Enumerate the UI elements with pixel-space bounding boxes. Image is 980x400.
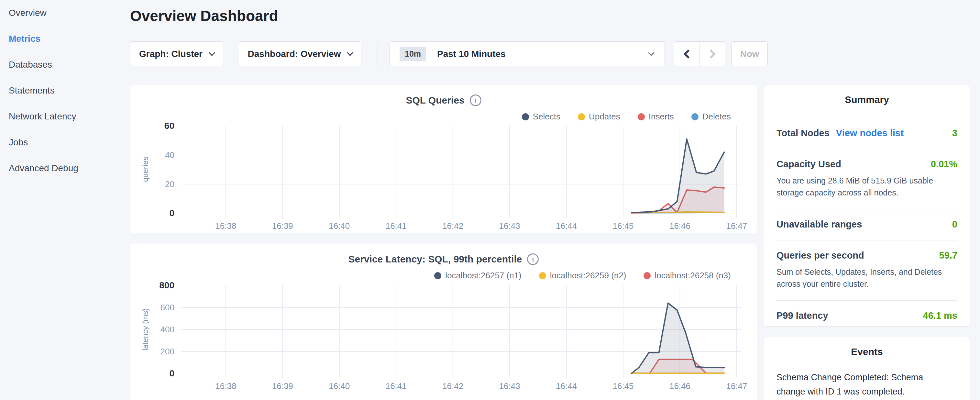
svg-text:16:47: 16:47 [726, 381, 747, 391]
svg-text:16:46: 16:46 [670, 221, 690, 231]
time-range-dropdown[interactable]: 10m Past 10 Minutes [390, 41, 665, 66]
time-step-back-button[interactable] [674, 42, 700, 66]
sql-queries-chart: 16:3816:3916:4016:4116:4216:4316:4416:45… [130, 85, 757, 234]
sidebar-item-metrics[interactable]: Metrics [0, 26, 129, 52]
svg-text:16:38: 16:38 [215, 221, 236, 231]
service-latency-chart-card: Service Latency: SQL, 99th percentilei l… [130, 244, 757, 400]
qps-value: 59.7 [939, 250, 957, 261]
svg-text:600: 600 [161, 303, 174, 312]
time-range-label: Past 10 Minutes [437, 49, 506, 59]
events-title: Events [776, 346, 957, 357]
svg-text:16:43: 16:43 [499, 381, 520, 391]
summary-title: Summary [776, 94, 957, 105]
sidebar-item-jobs[interactable]: Jobs [0, 129, 129, 155]
svg-text:16:42: 16:42 [442, 221, 463, 231]
summary-panel: Summary Total Nodes View nodes list 3 Ca… [764, 85, 970, 327]
time-step-buttons [674, 41, 725, 66]
svg-text:16:41: 16:41 [386, 381, 407, 391]
sidebar-nav: OverviewMetricsDatabasesStatementsNetwor… [0, 0, 129, 400]
svg-text:40: 40 [165, 150, 174, 160]
svg-text:200: 200 [161, 347, 174, 356]
p99-latency-value: 46.1 ms [923, 310, 957, 321]
summary-row-unavailable-ranges: Unavailable ranges 0 [776, 209, 957, 241]
time-step-forward-button[interactable] [700, 42, 725, 66]
summary-row-capacity: Capacity Used 0.01% You are using 28.6 M… [776, 149, 957, 209]
svg-text:16:42: 16:42 [442, 381, 463, 391]
view-nodes-list-link[interactable]: View nodes list [836, 128, 904, 139]
now-button[interactable]: Now [732, 41, 768, 66]
events-panel: Events Schema Change Completed: Schema c… [764, 337, 970, 400]
svg-text:16:38: 16:38 [215, 381, 236, 391]
dashboard-dropdown[interactable]: Dashboard: Overview [239, 41, 361, 66]
sidebar-list: OverviewMetricsDatabasesStatementsNetwor… [0, 0, 129, 181]
metrics-page: OverviewMetricsDatabasesStatementsNetwor… [0, 0, 980, 400]
svg-text:16:44: 16:44 [556, 381, 577, 391]
svg-text:16:41: 16:41 [386, 221, 407, 231]
svg-text:0: 0 [169, 208, 174, 218]
svg-text:400: 400 [161, 325, 174, 334]
time-range-badge: 10m [399, 46, 426, 61]
sidebar-item-overview[interactable]: Overview [0, 0, 129, 26]
dashboard-label: Dashboard: Overview [248, 49, 341, 59]
qps-description: Sum of Selects, Updates, Inserts, and De… [776, 266, 957, 290]
toolbar: Graph: Cluster Dashboard: Overview 10m P… [130, 41, 768, 66]
svg-text:800: 800 [159, 280, 174, 290]
svg-text:16:40: 16:40 [329, 381, 350, 391]
chevron-down-icon [209, 49, 215, 56]
chevron-left-icon [684, 49, 693, 58]
svg-text:16:39: 16:39 [272, 381, 293, 391]
chevron-down-icon [648, 49, 654, 56]
svg-text:16:40: 16:40 [329, 221, 350, 231]
summary-row-total-nodes: Total Nodes View nodes list 3 [776, 118, 957, 149]
chevron-right-icon [706, 49, 715, 58]
svg-text:16:45: 16:45 [613, 381, 634, 391]
summary-row-p99: P99 latency 46.1 ms [776, 301, 957, 331]
service-latency-chart: 16:3816:3916:4016:4116:4216:4316:4416:45… [130, 244, 757, 400]
toolbar-divider [377, 41, 378, 66]
svg-text:16:44: 16:44 [556, 221, 577, 231]
page-title: Overview Dashboard [130, 7, 278, 25]
sidebar-item-statements[interactable]: Statements [0, 78, 129, 104]
graph-scope-label: Graph: Cluster [139, 49, 202, 59]
svg-text:16:39: 16:39 [272, 221, 293, 231]
sql-queries-chart-card: SQL Queriesi SelectsUpdatesInsertsDelete… [130, 85, 757, 233]
event-item: Schema Change Completed: Schema change w… [776, 370, 957, 400]
sidebar-item-databases[interactable]: Databases [0, 52, 129, 78]
svg-text:16:45: 16:45 [613, 221, 634, 231]
sidebar-item-advanced-debug[interactable]: Advanced Debug [0, 155, 129, 181]
summary-rows: Total Nodes View nodes list 3 Capacity U… [776, 118, 957, 331]
svg-text:16:47: 16:47 [726, 221, 747, 231]
chevron-down-icon [347, 49, 354, 56]
capacity-used-value: 0.01% [931, 159, 957, 170]
capacity-description: You are using 28.6 MiB of 515.9 GiB usab… [776, 175, 957, 199]
total-nodes-value: 3 [952, 128, 957, 139]
svg-text:0: 0 [169, 368, 174, 378]
unavailable-ranges-value: 0 [952, 219, 957, 230]
sidebar-item-network-latency[interactable]: Network Latency [0, 104, 129, 129]
event-text: Schema Change Completed: Schema change w… [776, 370, 929, 399]
svg-text:20: 20 [165, 179, 174, 189]
graph-scope-dropdown[interactable]: Graph: Cluster [130, 41, 223, 66]
svg-text:60: 60 [164, 121, 174, 131]
svg-text:16:43: 16:43 [499, 221, 520, 231]
svg-text:16:46: 16:46 [670, 381, 690, 391]
summary-row-qps: Queries per second 59.7 Sum of Selects, … [776, 241, 957, 301]
